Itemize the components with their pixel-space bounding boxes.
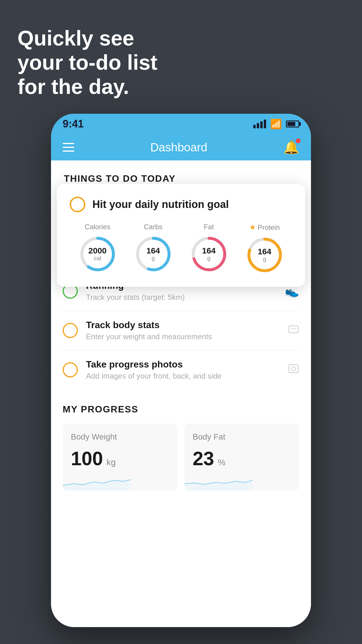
progress-header: MY PROGRESS (63, 404, 299, 415)
carbs-unit: g (146, 255, 160, 262)
fat-ring: 164 g (190, 235, 228, 273)
protein-value: 164 (258, 248, 271, 256)
signal-icon (253, 120, 266, 128)
progress-section: MY PROGRESS Body Weight 100 kg (51, 389, 311, 491)
todo-body-stats-title: Track body stats (86, 320, 280, 330)
headline: Quickly see your to-do list for the day. (17, 26, 157, 99)
todo-body-stats-circle-icon (63, 323, 78, 338)
stat-carbs: Carbs 164 g (134, 223, 172, 273)
headline-line2: your to-do list (17, 50, 157, 75)
carbs-value: 164 (146, 247, 160, 255)
content-area: THINGS TO DO TODAY Hit your daily nutrit… (51, 160, 311, 627)
todo-body-stats-text: Track body stats Enter your weight and m… (86, 320, 280, 341)
stat-calories: Calories 2000 cal (79, 223, 117, 273)
svg-rect-8 (289, 326, 298, 333)
stat-fat: Fat 164 g (190, 223, 228, 273)
todo-progress-photos[interactable]: Take progress photos Add images of your … (63, 350, 299, 389)
battery-icon (286, 120, 299, 127)
fat-value: 164 (202, 247, 216, 255)
body-weight-card[interactable]: Body Weight 100 kg (63, 424, 178, 491)
carbs-label: Carbs (144, 223, 162, 231)
body-fat-value: 23 (193, 447, 214, 470)
calories-unit: cal (88, 255, 106, 262)
body-weight-value-row: 100 kg (71, 447, 169, 470)
protein-label-row: ★ Protein (249, 223, 280, 232)
body-fat-unit: % (218, 457, 226, 467)
calories-label: Calories (85, 223, 110, 231)
nutrition-title: Hit your daily nutrition goal (92, 198, 229, 211)
hamburger-menu[interactable] (63, 143, 74, 152)
headline-line1: Quickly see (17, 26, 157, 50)
body-fat-sparkline (184, 470, 252, 491)
protein-label: Protein (258, 223, 280, 232)
calories-ring: 2000 cal (79, 235, 117, 273)
scale-icon (288, 323, 299, 338)
body-weight-unit: kg (107, 457, 116, 467)
nutrition-circle-icon (70, 197, 85, 212)
calories-value: 2000 (88, 247, 106, 255)
nutrition-card: Hit your daily nutrition goal Calories 2… (57, 184, 305, 287)
todo-photos-subtitle: Add images of your front, back, and side (86, 372, 280, 381)
body-weight-sparkline (63, 470, 131, 491)
todo-photos-text: Take progress photos Add images of your … (86, 359, 280, 381)
nutrition-stats: Calories 2000 cal Carbs (70, 223, 292, 274)
progress-cards: Body Weight 100 kg Body Fat 23 % (63, 424, 299, 491)
notification-bell-icon[interactable]: 🔔 (283, 140, 299, 155)
headline-line3: for the day. (17, 75, 157, 99)
nav-bar: Dashboard 🔔 (51, 134, 311, 160)
status-time: 9:41 (63, 118, 84, 130)
person-photo-icon (288, 363, 299, 377)
protein-ring: 164 g (246, 236, 284, 274)
todo-list: Running Track your stats (target: 5km) 👟… (51, 272, 311, 389)
status-bar: 9:41 📶 (51, 114, 311, 134)
wifi-icon: 📶 (270, 118, 282, 130)
todo-body-stats-subtitle: Enter your weight and measurements (86, 332, 280, 341)
body-fat-card-title: Body Fat (193, 432, 291, 442)
body-fat-value-row: 23 % (193, 447, 291, 470)
todo-photos-title: Take progress photos (86, 359, 280, 370)
nav-title: Dashboard (150, 141, 208, 154)
phone-frame: 9:41 📶 Dashboard 🔔 THINGS TO DO TODAY (51, 114, 311, 627)
protein-star-icon: ★ (249, 223, 256, 232)
protein-unit: g (258, 256, 271, 262)
status-icons: 📶 (253, 118, 299, 130)
svg-rect-10 (289, 365, 298, 373)
notification-dot (296, 139, 301, 143)
body-fat-card[interactable]: Body Fat 23 % (184, 424, 299, 491)
nutrition-title-row: Hit your daily nutrition goal (70, 197, 292, 212)
svg-point-11 (291, 367, 296, 371)
fat-label: Fat (204, 223, 214, 231)
body-weight-value: 100 (71, 447, 103, 470)
carbs-ring: 164 g (134, 235, 172, 273)
todo-body-stats[interactable]: Track body stats Enter your weight and m… (63, 311, 299, 350)
stat-protein: ★ Protein 164 g (246, 223, 284, 274)
body-weight-card-title: Body Weight (71, 432, 169, 442)
todo-photos-circle-icon (63, 362, 78, 377)
todo-running-subtitle: Track your stats (target: 5km) (86, 293, 277, 302)
fat-unit: g (202, 255, 216, 262)
